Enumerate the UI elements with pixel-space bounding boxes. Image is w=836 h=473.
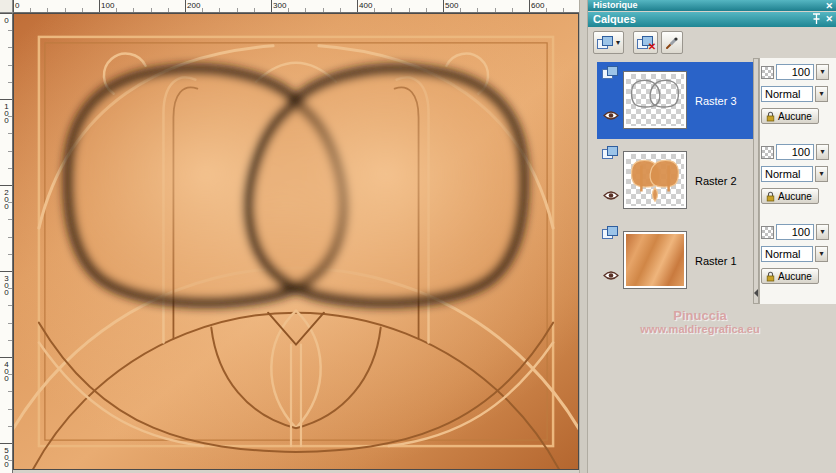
layer-thumbnail[interactable] — [623, 231, 687, 289]
panel-splitter[interactable] — [579, 0, 588, 473]
raster-layer-icon — [602, 226, 619, 240]
visibility-eye-icon[interactable] — [603, 190, 619, 201]
watermark-url: www.maldiregrafica.eu — [600, 323, 800, 335]
layer-props-raster-3: 100 ▾ Normal ▾ Aucune — [761, 64, 834, 130]
historique-title: Historique — [593, 0, 638, 10]
layer-row-raster-1[interactable]: Raster 1 — [597, 222, 753, 299]
layer-thumbnail[interactable] — [623, 151, 687, 209]
layers-toolbar: ▾ ✕ — [593, 30, 683, 55]
raster-layer-icon — [602, 146, 619, 160]
visibility-eye-icon[interactable] — [603, 110, 619, 121]
opacity-slider-button[interactable]: ▾ — [816, 64, 829, 80]
ruler-h-label: 500 — [445, 1, 458, 10]
blend-mode-select[interactable]: Normal — [761, 86, 813, 102]
transparency-swatch-icon — [761, 146, 774, 159]
canvas-artwork — [14, 14, 578, 469]
opacity-field[interactable]: 100 — [776, 224, 814, 240]
chevron-down-icon: ▾ — [616, 39, 620, 47]
visibility-eye-icon[interactable] — [603, 270, 619, 281]
pin-icon[interactable] — [812, 13, 821, 25]
thumbnail-art — [626, 154, 684, 206]
link-set-button[interactable]: Aucune — [761, 188, 819, 204]
lock-icon — [766, 271, 775, 282]
link-set-button[interactable]: Aucune — [761, 108, 819, 124]
link-set-label: Aucune — [778, 111, 812, 122]
blend-mode-select[interactable]: Normal — [761, 246, 813, 262]
layer-row-raster-2[interactable]: Raster 2 — [597, 142, 753, 219]
new-layer-button[interactable]: ▾ — [593, 31, 624, 54]
link-set-label: Aucune — [778, 191, 812, 202]
lock-icon — [766, 191, 775, 202]
link-set-button[interactable]: Aucune — [761, 268, 819, 284]
app-window: 0 100 200 300 400 500 600 0 100 200 300 … — [0, 0, 836, 473]
ruler-h-label: 100 — [101, 1, 114, 10]
ruler-h-label: 600 — [531, 1, 544, 10]
horizontal-ruler: 0 100 200 300 400 500 600 — [13, 0, 580, 13]
ruler-corner — [0, 0, 13, 13]
new-layer-icon — [597, 36, 614, 50]
delete-layer-icon: ✕ — [637, 36, 654, 50]
ruler-v-label: 400 — [2, 360, 11, 381]
watermark-author: Pinuccia — [600, 308, 800, 323]
ruler-h-label: 0 — [15, 1, 19, 10]
blend-mode-dropdown-button[interactable]: ▾ — [815, 246, 828, 262]
opacity-field[interactable]: 100 — [776, 144, 814, 160]
opacity-field[interactable]: 100 — [776, 64, 814, 80]
layer-thumbnail[interactable] — [623, 71, 687, 129]
edit-selection-button[interactable] — [661, 31, 683, 54]
brush-icon — [665, 36, 679, 50]
ruler-h-label: 400 — [359, 1, 372, 10]
layer-name: Raster 2 — [695, 175, 737, 187]
ruler-v-label: 100 — [2, 102, 11, 123]
calques-title: Calques — [593, 13, 636, 25]
ruler-v-label: 300 — [2, 274, 11, 295]
lock-icon — [766, 111, 775, 122]
vertical-ruler: 0 100 200 300 400 500 — [0, 13, 13, 473]
ruler-h-label: 200 — [187, 1, 200, 10]
close-icon[interactable]: ✕ — [825, 1, 833, 11]
thumbnail-art — [626, 74, 684, 126]
opacity-slider-button[interactable]: ▾ — [816, 224, 829, 240]
delete-layer-button[interactable]: ✕ — [633, 31, 658, 54]
historique-panel-header[interactable]: Historique ✕ — [588, 0, 836, 11]
transparency-swatch-icon — [761, 226, 774, 239]
calques-panel-header[interactable]: Calques ✕ — [588, 12, 836, 27]
blend-mode-dropdown-button[interactable]: ▾ — [815, 166, 828, 182]
layer-props-raster-2: 100 ▾ Normal ▾ Aucune — [761, 144, 834, 210]
blend-mode-select[interactable]: Normal — [761, 166, 813, 182]
layer-row-raster-3[interactable]: Raster 3 — [597, 62, 753, 139]
opacity-slider-button[interactable]: ▾ — [816, 144, 829, 160]
raster-layer-icon — [602, 66, 619, 80]
ruler-h-label: 300 — [273, 1, 286, 10]
layer-name: Raster 3 — [695, 95, 737, 107]
layer-name: Raster 1 — [695, 255, 737, 267]
transparency-swatch-icon — [761, 66, 774, 79]
collapse-arrow-icon — [754, 289, 758, 297]
ruler-v-label: 500 — [2, 446, 11, 467]
canvas-image[interactable] — [13, 13, 579, 470]
layer-props-raster-1: 100 ▾ Normal ▾ Aucune — [761, 224, 834, 290]
ruler-v-label: 0 — [2, 16, 11, 23]
ruler-v-label: 200 — [2, 188, 11, 209]
close-icon[interactable]: ✕ — [825, 14, 833, 25]
blend-mode-dropdown-button[interactable]: ▾ — [815, 86, 828, 102]
link-set-label: Aucune — [778, 271, 812, 282]
watermark: Pinuccia www.maldiregrafica.eu — [600, 308, 800, 335]
